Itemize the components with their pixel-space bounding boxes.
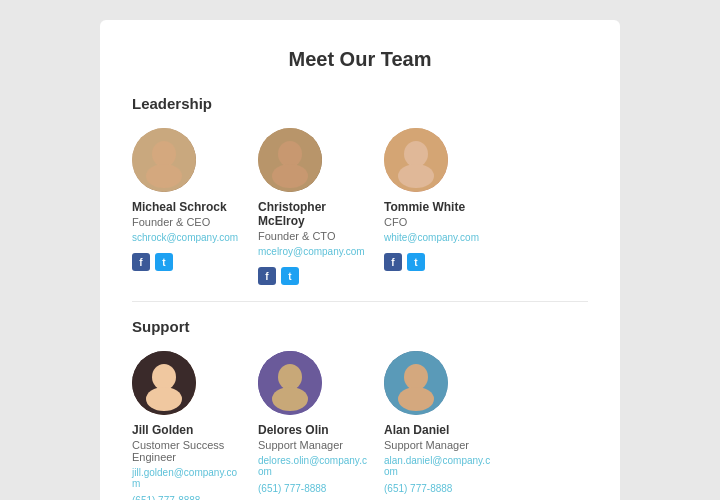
twitter-icon[interactable]: t — [155, 253, 173, 271]
member-job-title: CFO — [384, 216, 407, 228]
member-phone: (651) 777-8888 — [132, 495, 200, 500]
svg-point-8 — [398, 164, 434, 188]
facebook-icon[interactable]: f — [384, 253, 402, 271]
svg-point-7 — [404, 141, 428, 167]
section-leadership: Leadership Micheal SchrockFounder & CEOs… — [132, 95, 588, 302]
section-support: Support Jill GoldenCustomer Success Engi… — [132, 318, 588, 500]
member-name: Alan Daniel — [384, 423, 449, 437]
facebook-icon[interactable]: f — [258, 267, 276, 285]
team-member: Tommie WhiteCFOwhite@company.comft — [384, 128, 494, 285]
svg-point-17 — [398, 387, 434, 411]
member-email[interactable]: jill.golden@company.com — [132, 467, 242, 489]
team-member: Delores OlinSupport Managerdelores.olin@… — [258, 351, 368, 500]
member-job-title: Support Manager — [384, 439, 469, 451]
svg-point-14 — [272, 387, 308, 411]
svg-point-16 — [404, 364, 428, 390]
member-name: Tommie White — [384, 200, 465, 214]
svg-point-4 — [278, 141, 302, 167]
member-job-title: Support Manager — [258, 439, 343, 451]
section-divider — [132, 301, 588, 302]
svg-point-13 — [278, 364, 302, 390]
twitter-icon[interactable]: t — [407, 253, 425, 271]
social-icons: ft — [384, 253, 425, 271]
member-phone: (651) 777-8888 — [384, 483, 452, 494]
sections-container: Leadership Micheal SchrockFounder & CEOs… — [132, 95, 588, 500]
avatar — [384, 128, 448, 192]
avatar — [132, 351, 196, 415]
member-name: Delores Olin — [258, 423, 329, 437]
avatar — [132, 128, 196, 192]
member-job-title: Founder & CEO — [132, 216, 210, 228]
team-member: Christopher McElroyFounder & CTOmcelroy@… — [258, 128, 368, 285]
team-card: Meet Our Team Leadership Micheal Schrock… — [100, 20, 620, 500]
social-icons: ft — [132, 253, 173, 271]
member-name: Christopher McElroy — [258, 200, 368, 228]
svg-point-11 — [146, 387, 182, 411]
member-job-title: Founder & CTO — [258, 230, 335, 242]
member-email[interactable]: alan.daniel@company.com — [384, 455, 494, 477]
section-title-leadership: Leadership — [132, 95, 588, 112]
member-email[interactable]: schrock@company.com — [132, 232, 238, 243]
avatar — [258, 128, 322, 192]
twitter-icon[interactable]: t — [281, 267, 299, 285]
avatar — [384, 351, 448, 415]
social-icons: ft — [258, 267, 299, 285]
svg-point-1 — [152, 141, 176, 167]
svg-point-2 — [146, 164, 182, 188]
page-title: Meet Our Team — [132, 48, 588, 71]
svg-point-10 — [152, 364, 176, 390]
members-row-support: Jill GoldenCustomer Success Engineerjill… — [132, 351, 588, 500]
svg-point-5 — [272, 164, 308, 188]
member-phone: (651) 777-8888 — [258, 483, 326, 494]
avatar — [258, 351, 322, 415]
team-member: Alan DanielSupport Manageralan.daniel@co… — [384, 351, 494, 500]
team-member: Jill GoldenCustomer Success Engineerjill… — [132, 351, 242, 500]
facebook-icon[interactable]: f — [132, 253, 150, 271]
member-email[interactable]: white@company.com — [384, 232, 479, 243]
team-member: Micheal SchrockFounder & CEOschrock@comp… — [132, 128, 242, 285]
member-name: Micheal Schrock — [132, 200, 227, 214]
members-row-leadership: Micheal SchrockFounder & CEOschrock@comp… — [132, 128, 588, 285]
section-title-support: Support — [132, 318, 588, 335]
member-name: Jill Golden — [132, 423, 193, 437]
member-job-title: Customer Success Engineer — [132, 439, 242, 463]
member-email[interactable]: mcelroy@company.com — [258, 246, 365, 257]
member-email[interactable]: delores.olin@company.com — [258, 455, 368, 477]
